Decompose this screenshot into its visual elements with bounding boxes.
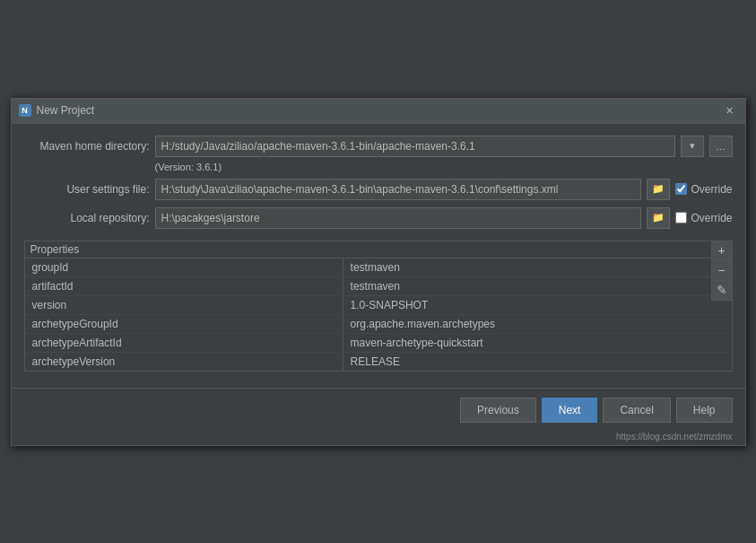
- property-value: testmaven: [343, 258, 731, 277]
- properties-actions: + − ✎: [711, 241, 732, 301]
- property-value: org.apache.maven.archetypes: [343, 314, 731, 333]
- new-project-dialog: N New Project × Maven home directory: ▾ …: [11, 98, 746, 446]
- maven-home-input[interactable]: [155, 136, 675, 157]
- user-settings-override-label: Override: [675, 183, 732, 196]
- local-repo-browse-button[interactable]: 📁: [647, 207, 670, 229]
- maven-home-label: Maven home directory:: [24, 140, 150, 153]
- table-row: version1.0-SNAPSHOT: [25, 295, 732, 314]
- maven-home-dropdown-button[interactable]: ▾: [681, 136, 704, 157]
- help-button[interactable]: Help: [676, 398, 733, 423]
- properties-section: Properties groupIdtestmavenartifactIdtes…: [24, 241, 733, 372]
- maven-home-row: Maven home directory: ▾ …: [24, 135, 733, 158]
- cancel-button[interactable]: Cancel: [603, 398, 670, 423]
- table-row: archetypeVersionRELEASE: [25, 352, 732, 371]
- property-value: 1.0-SNAPSHOT: [343, 295, 731, 314]
- table-row: archetypeArtifactIdmaven-archetype-quick…: [25, 333, 732, 352]
- watermark: https://blog.csdn.net/zmzdmx: [12, 432, 745, 445]
- title-bar: N New Project ×: [12, 99, 745, 124]
- dialog-title: New Project: [37, 104, 722, 117]
- property-key: artifactId: [25, 276, 343, 295]
- close-button[interactable]: ×: [722, 102, 738, 118]
- edit-property-button[interactable]: ✎: [712, 281, 732, 301]
- user-settings-input[interactable]: [155, 179, 642, 200]
- user-settings-override-checkbox[interactable]: [675, 183, 687, 195]
- properties-table: groupIdtestmavenartifactIdtestmavenversi…: [25, 258, 732, 371]
- maven-version-note: (Version: 3.6.1): [155, 162, 733, 172]
- app-icon: N: [19, 104, 31, 117]
- maven-home-browse-button[interactable]: …: [709, 136, 733, 157]
- local-repo-row: Local repository: 📁 Override: [24, 206, 733, 230]
- property-key: version: [25, 295, 343, 314]
- property-key: groupId: [25, 258, 343, 277]
- table-row: groupIdtestmaven: [25, 258, 732, 277]
- properties-header: Properties: [25, 241, 732, 258]
- next-button[interactable]: Next: [542, 398, 598, 423]
- property-value: testmaven: [343, 276, 731, 295]
- local-repo-label: Local repository:: [24, 212, 150, 224]
- dialog-content: Maven home directory: ▾ … (Version: 3.6.…: [12, 124, 745, 382]
- local-repo-input[interactable]: [155, 207, 642, 229]
- property-key: archetypeArtifactId: [25, 333, 343, 352]
- property-key: archetypeVersion: [25, 352, 343, 371]
- table-row: artifactIdtestmaven: [25, 276, 732, 295]
- user-settings-label: User settings file:: [24, 183, 150, 196]
- add-property-button[interactable]: +: [712, 241, 732, 261]
- remove-property-button[interactable]: −: [712, 261, 732, 281]
- footer-bar: Previous Next Cancel Help: [12, 388, 745, 432]
- property-value: RELEASE: [343, 352, 731, 371]
- user-settings-browse-button[interactable]: 📁: [647, 179, 670, 200]
- local-repo-override-checkbox[interactable]: [675, 212, 687, 223]
- property-value: maven-archetype-quickstart: [343, 333, 731, 352]
- property-key: archetypeGroupId: [25, 314, 343, 333]
- table-row: archetypeGroupIdorg.apache.maven.archety…: [25, 314, 732, 333]
- user-settings-row: User settings file: 📁 Override: [24, 178, 733, 201]
- local-repo-override-label: Override: [675, 212, 732, 224]
- previous-button[interactable]: Previous: [460, 398, 536, 423]
